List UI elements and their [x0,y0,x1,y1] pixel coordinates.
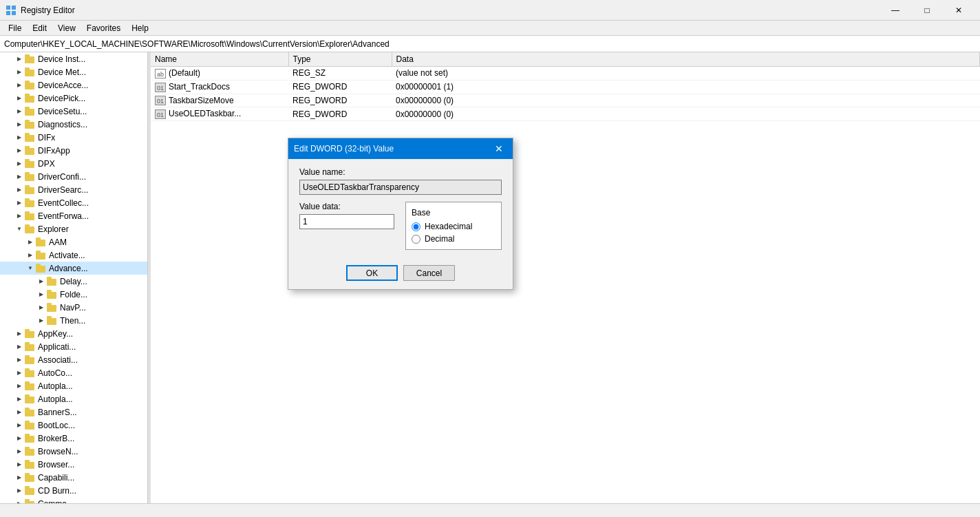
tree-item[interactable]: ▶Then... [0,314,147,327]
decimal-option[interactable]: Decimal [412,234,496,244]
table-row[interactable]: 01Start_TrackDocsREG_DWORD0x00000001 (1) [151,80,980,94]
expand-icon[interactable]: ▶ [14,485,25,496]
col-type[interactable]: Type [288,52,392,67]
menu-file[interactable]: File [3,22,27,34]
expand-icon[interactable]: ▶ [25,250,36,261]
tree-item[interactable]: ▶EventForwa... [0,209,147,222]
hexadecimal-radio[interactable] [412,222,420,231]
expand-icon[interactable]: ▶ [14,106,25,117]
menu-favorites[interactable]: Favorites [81,22,126,34]
expand-icon[interactable]: ▶ [14,341,25,352]
folder-icon [47,316,58,326]
expand-icon[interactable]: ▶ [14,132,25,143]
expand-icon[interactable]: ▶ [14,198,25,209]
expand-icon[interactable]: ▶ [14,211,25,222]
expand-icon[interactable]: ▶ [14,394,25,405]
tree-item[interactable]: ▶Delay... [0,275,147,288]
expand-icon[interactable]: ▶ [14,498,25,504]
maximize-button[interactable]: □ [911,0,943,21]
menu-view[interactable]: View [52,22,81,34]
tree-item[interactable]: ▶Device Inst... [0,52,147,65]
close-button[interactable]: ✕ [943,0,974,21]
decimal-radio[interactable] [412,235,420,244]
tree-item[interactable]: ▶Autopla... [0,392,147,405]
expand-icon[interactable]: ▶ [14,328,25,339]
expand-icon[interactable]: ▶ [36,289,47,300]
tree-item[interactable]: ▶Activate... [0,249,147,262]
expand-icon[interactable]: ▶ [14,420,25,431]
expand-icon[interactable]: ▶ [14,184,25,196]
value-name-input[interactable] [299,180,502,195]
tree-item[interactable]: ▶AAM [0,235,147,249]
tree-item[interactable]: ▶Folde... [0,288,147,301]
value-data-input[interactable] [299,214,394,229]
expand-icon[interactable]: ▶ [14,368,25,379]
expand-icon[interactable]: ▶ [14,433,25,444]
expand-icon[interactable]: ▶ [25,237,36,248]
tree-item[interactable]: ▶Browser... [0,458,147,471]
col-name[interactable]: Name [151,52,288,67]
tree-item[interactable]: ▶EventCollec... [0,196,147,209]
expand-icon[interactable]: ▼ [25,263,36,274]
tree-item[interactable]: ▶Associati... [0,353,147,366]
col-data[interactable]: Data [392,52,980,67]
tree-item[interactable]: ▶Comma... [0,497,147,503]
ok-button[interactable]: OK [346,265,398,281]
tree-item[interactable]: ▶Diagnostics... [0,118,147,131]
decimal-label: Decimal [425,234,454,244]
tree-item[interactable]: ▶DIFxApp [0,144,147,157]
tree-item[interactable]: ▶DriverConfi... [0,170,147,183]
tree-item[interactable]: ▶AutoCo... [0,366,147,379]
cell-data: (value not set) [392,67,980,81]
expand-icon[interactable]: ▶ [36,315,47,326]
expand-icon[interactable]: ▶ [14,446,25,457]
expand-icon[interactable]: ▶ [14,407,25,418]
expand-icon[interactable]: ▶ [14,158,25,169]
expand-icon[interactable]: ▶ [14,355,25,366]
expand-icon[interactable]: ▶ [14,381,25,392]
tree-item[interactable]: ▶BrowseN... [0,445,147,458]
expand-icon[interactable]: ▶ [14,67,25,78]
tree-item[interactable]: ▶BootLoc... [0,419,147,432]
tree-item-label: Diagnostics... [38,120,87,129]
expand-icon[interactable]: ▶ [14,459,25,470]
tree-item[interactable]: ▶DPX [0,157,147,170]
tree-item[interactable]: ▶DeviceAcce... [0,78,147,92]
table-row[interactable]: 01UseOLEDTaskbar...REG_DWORD0x00000000 (… [151,107,980,121]
default-icon: ab [155,69,166,78]
tree-item[interactable]: ▼Advance... [0,262,147,275]
tree-item[interactable]: ▼Explorer [0,222,147,235]
tree-item[interactable]: ▶DriverSearc... [0,183,147,196]
table-row[interactable]: ab(Default)REG_SZ(value not set) [151,67,980,81]
tree-item[interactable]: ▶CD Burn... [0,484,147,497]
expand-icon[interactable]: ▶ [14,472,25,483]
tree-item[interactable]: ▶DeviceSetu... [0,105,147,118]
tree-item[interactable]: ▶AppKey... [0,327,147,340]
tree-item[interactable]: ▶Device Met... [0,65,147,78]
tree-item[interactable]: ▶Applicati... [0,340,147,353]
dialog-close-button[interactable]: ✕ [491,141,507,156]
expand-icon[interactable]: ▶ [36,302,47,313]
tree-item[interactable]: ▶Capabili... [0,471,147,484]
hexadecimal-option[interactable]: Hexadecimal [412,222,496,231]
expand-icon[interactable]: ▶ [36,276,47,287]
expand-icon[interactable]: ▼ [14,224,25,235]
table-row[interactable]: 01TaskbarSizeMoveREG_DWORD0x00000000 (0) [151,94,980,107]
tree-item[interactable]: ▶Autopla... [0,379,147,392]
expand-icon[interactable]: ▶ [14,93,25,104]
folder-icon [25,224,36,234]
tree-item[interactable]: ▶DIFx [0,131,147,144]
expand-icon[interactable]: ▶ [14,80,25,91]
menu-edit[interactable]: Edit [27,22,52,34]
tree-item[interactable]: ▶BannerS... [0,405,147,419]
minimize-button[interactable]: — [880,0,911,21]
expand-icon[interactable]: ▶ [14,171,25,182]
expand-icon[interactable]: ▶ [14,119,25,130]
expand-icon[interactable]: ▶ [14,54,25,65]
tree-item[interactable]: ▶DevicePick... [0,92,147,105]
expand-icon[interactable]: ▶ [14,145,25,156]
menu-help[interactable]: Help [126,22,154,34]
cancel-button[interactable]: Cancel [403,265,455,281]
tree-item[interactable]: ▶NavP... [0,301,147,314]
tree-item[interactable]: ▶BrokerB... [0,432,147,445]
